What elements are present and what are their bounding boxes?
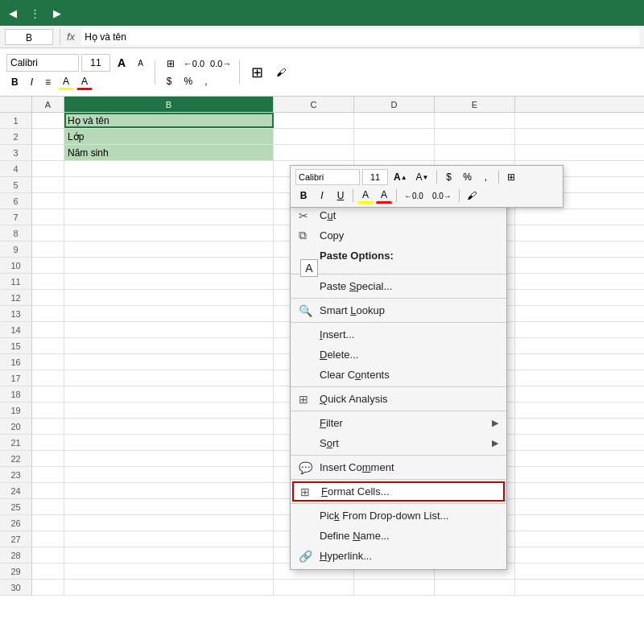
mini-grow-font[interactable]: A▲ [390, 169, 411, 185]
cell-a[interactable] [32, 274, 64, 289]
cell-e[interactable] [435, 129, 515, 144]
align-button[interactable]: ≡ [40, 74, 56, 90]
cell-a[interactable] [32, 564, 64, 579]
cell-a[interactable] [32, 161, 64, 176]
cell-d[interactable] [354, 580, 435, 595]
menu-filter[interactable]: Filter ▶ [291, 413, 506, 433]
percent-button[interactable]: % [179, 73, 197, 89]
mini-percent[interactable]: % [460, 169, 476, 185]
cell-a[interactable] [32, 113, 64, 128]
merge-button[interactable]: ⊞ [246, 61, 268, 84]
comma-button[interactable]: , [200, 73, 212, 89]
cell-a[interactable] [32, 129, 64, 144]
cell-b[interactable] [64, 161, 274, 176]
cell-b[interactable] [64, 338, 274, 353]
cell-a[interactable] [32, 499, 64, 514]
menu-sort[interactable]: Sort ▶ [291, 433, 506, 453]
cell-b[interactable] [64, 290, 274, 305]
menu-pick-dropdown[interactable]: Pick From Drop-down List... [291, 506, 506, 526]
menu-cut[interactable]: ✂ Cut [291, 205, 506, 225]
dollar-button[interactable]: $ [162, 73, 177, 89]
cell-a[interactable] [32, 451, 64, 466]
cell-e[interactable] [435, 580, 515, 595]
cell-b[interactable] [64, 419, 274, 434]
cell-a[interactable] [32, 531, 64, 547]
cell-b[interactable] [64, 386, 274, 402]
mini-decrease-dec[interactable]: 0.0→ [429, 188, 455, 204]
font-name-input[interactable] [6, 54, 79, 72]
cell-a[interactable] [32, 386, 64, 402]
cell-a[interactable] [32, 242, 64, 257]
col-header-a[interactable]: A [32, 97, 64, 112]
col-header-e[interactable]: E [435, 97, 515, 112]
menu-smart-lookup[interactable]: 🔍 Smart Lookup [291, 300, 506, 320]
font-size-input[interactable] [81, 54, 110, 72]
italic-button[interactable]: I [26, 74, 38, 90]
mini-shrink-font[interactable]: A▼ [413, 169, 432, 185]
cell-b[interactable] [64, 306, 274, 321]
cell-b[interactable] [64, 193, 274, 208]
formula-input[interactable] [81, 29, 639, 45]
cell-a[interactable] [32, 258, 64, 273]
cell-b[interactable] [64, 354, 274, 369]
menu-clear-contents[interactable]: Clear Contents [291, 365, 506, 385]
cell-b[interactable] [64, 370, 274, 386]
mini-merge[interactable]: ⊞ [503, 169, 519, 185]
cell-c[interactable] [274, 580, 354, 595]
cell-b[interactable]: Năm sinh [64, 145, 274, 160]
cell-b[interactable] [64, 451, 274, 466]
mini-italic[interactable]: I [314, 188, 330, 204]
cell-a[interactable] [32, 467, 64, 482]
name-box[interactable]: B [5, 29, 53, 45]
highlight-color-button[interactable]: A [58, 73, 74, 90]
cell-c[interactable] [274, 129, 354, 144]
font-color-button[interactable]: A [76, 73, 93, 90]
menu-insert-comment[interactable]: 💬 Insert Comment [291, 457, 506, 477]
cell-a[interactable] [32, 209, 64, 225]
cell-e[interactable] [435, 113, 515, 128]
menu-format-cells[interactable]: ⊞ Format Cells... [292, 481, 505, 502]
mini-font-color[interactable]: A [376, 188, 392, 204]
menu-define-name[interactable]: Define Name... [291, 526, 506, 546]
mini-underline[interactable]: U [332, 188, 349, 204]
bold-button[interactable]: B [6, 74, 23, 90]
mini-font-size[interactable] [362, 169, 388, 185]
grow-font-button[interactable]: A [113, 54, 130, 72]
cell-a[interactable] [32, 290, 64, 305]
cell-a[interactable] [32, 580, 64, 595]
col-header-d[interactable]: D [354, 97, 435, 112]
mini-dollar[interactable]: $ [441, 169, 457, 185]
mini-bold[interactable]: B [295, 188, 312, 204]
cell-b[interactable] [64, 564, 274, 579]
cell-a[interactable] [32, 338, 64, 353]
cell-b[interactable] [64, 499, 274, 514]
cell-a[interactable] [32, 419, 64, 434]
mini-comma[interactable]: , [478, 169, 494, 185]
more-button[interactable]: ⋮ [26, 6, 44, 21]
cell-a[interactable] [32, 225, 64, 241]
cell-a[interactable] [32, 547, 64, 563]
cell-b[interactable] [64, 274, 274, 289]
cell-b[interactable] [64, 467, 274, 482]
menu-paste-a[interactable]: A [291, 264, 506, 272]
cell-e[interactable] [435, 145, 515, 160]
cell-b[interactable] [64, 225, 274, 241]
col-header-c[interactable]: C [274, 97, 354, 112]
cell-a[interactable] [32, 306, 64, 321]
cell-a[interactable] [32, 483, 64, 498]
mini-eraser[interactable]: 🖌 [464, 188, 480, 204]
cell-a[interactable] [32, 402, 64, 418]
cell-b[interactable] [64, 322, 274, 337]
cell-a[interactable] [32, 515, 64, 530]
mini-increase-dec[interactable]: ←0.0 [401, 188, 427, 204]
menu-delete[interactable]: Delete... [291, 345, 506, 365]
menu-insert[interactable]: Insert... [291, 324, 506, 345]
menu-hyperlink[interactable]: 🔗 Hyperlink... [291, 546, 506, 566]
cell-b[interactable] [64, 177, 274, 192]
cell-c[interactable] [274, 145, 354, 160]
col-header-b[interactable]: B [64, 97, 274, 112]
cell-b[interactable] [64, 515, 274, 530]
menu-copy[interactable]: ⧉ Copy [291, 225, 506, 246]
cell-a[interactable] [32, 193, 64, 208]
cell-a[interactable] [32, 145, 64, 160]
